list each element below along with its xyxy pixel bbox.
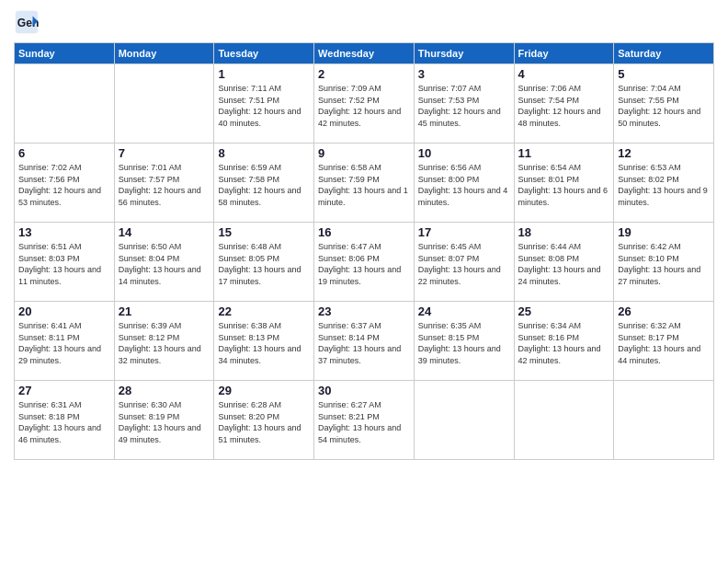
day-info: Sunrise: 7:01 AM Sunset: 7:57 PM Dayligh… xyxy=(119,162,210,208)
weekday-header-sunday: Sunday xyxy=(15,43,115,64)
day-info: Sunrise: 6:58 AM Sunset: 7:59 PM Dayligh… xyxy=(318,162,410,208)
day-number: 26 xyxy=(618,304,710,318)
day-cell: 9 Sunrise: 6:58 AM Sunset: 7:59 PM Dayli… xyxy=(314,144,415,223)
day-number: 10 xyxy=(418,146,510,160)
day-info: Sunrise: 7:07 AM Sunset: 7:53 PM Dayligh… xyxy=(418,83,510,129)
day-cell: 11 Sunrise: 6:54 AM Sunset: 8:01 PM Dayl… xyxy=(514,144,614,223)
calendar-page: Gen SundayMondayTuesdayWednesdayThursday… xyxy=(0,0,728,563)
day-info: Sunrise: 7:11 AM Sunset: 7:51 PM Dayligh… xyxy=(218,83,310,129)
day-cell: 21 Sunrise: 6:39 AM Sunset: 8:12 PM Dayl… xyxy=(114,302,214,381)
day-cell: 14 Sunrise: 6:50 AM Sunset: 8:04 PM Dayl… xyxy=(114,223,214,302)
day-number: 16 xyxy=(318,225,410,239)
day-cell: 3 Sunrise: 7:07 AM Sunset: 7:53 PM Dayli… xyxy=(414,64,514,144)
day-info: Sunrise: 6:50 AM Sunset: 8:04 PM Dayligh… xyxy=(119,241,210,287)
day-info: Sunrise: 6:32 AM Sunset: 8:17 PM Dayligh… xyxy=(618,320,710,366)
logo: Gen xyxy=(14,9,43,35)
day-number: 5 xyxy=(618,67,710,81)
day-number: 7 xyxy=(119,146,210,160)
day-cell: 2 Sunrise: 7:09 AM Sunset: 7:52 PM Dayli… xyxy=(314,64,415,144)
day-cell: 19 Sunrise: 6:42 AM Sunset: 8:10 PM Dayl… xyxy=(614,223,714,302)
day-number: 6 xyxy=(18,146,110,160)
day-info: Sunrise: 6:41 AM Sunset: 8:11 PM Dayligh… xyxy=(18,320,110,366)
day-info: Sunrise: 6:42 AM Sunset: 8:10 PM Dayligh… xyxy=(618,241,710,287)
day-info: Sunrise: 6:47 AM Sunset: 8:06 PM Dayligh… xyxy=(318,241,410,287)
day-cell: 18 Sunrise: 6:44 AM Sunset: 8:08 PM Dayl… xyxy=(514,223,614,302)
day-cell: 10 Sunrise: 6:56 AM Sunset: 8:00 PM Dayl… xyxy=(414,144,514,223)
day-info: Sunrise: 6:56 AM Sunset: 8:00 PM Dayligh… xyxy=(418,162,510,208)
week-row-2: 6 Sunrise: 7:02 AM Sunset: 7:56 PM Dayli… xyxy=(15,144,714,223)
weekday-header-friday: Friday xyxy=(514,43,614,64)
day-cell xyxy=(114,64,214,144)
weekday-header-saturday: Saturday xyxy=(614,43,714,64)
header: Gen xyxy=(14,9,714,35)
day-info: Sunrise: 6:38 AM Sunset: 8:13 PM Dayligh… xyxy=(218,320,310,366)
day-info: Sunrise: 6:45 AM Sunset: 8:07 PM Dayligh… xyxy=(418,241,510,287)
day-info: Sunrise: 6:51 AM Sunset: 8:03 PM Dayligh… xyxy=(18,241,110,287)
day-cell: 30 Sunrise: 6:27 AM Sunset: 8:21 PM Dayl… xyxy=(314,381,415,460)
week-row-5: 27 Sunrise: 6:31 AM Sunset: 8:18 PM Dayl… xyxy=(15,381,714,460)
day-cell: 20 Sunrise: 6:41 AM Sunset: 8:11 PM Dayl… xyxy=(15,302,115,381)
day-cell: 26 Sunrise: 6:32 AM Sunset: 8:17 PM Dayl… xyxy=(614,302,714,381)
day-cell: 27 Sunrise: 6:31 AM Sunset: 8:18 PM Dayl… xyxy=(15,381,115,460)
day-number: 20 xyxy=(18,304,110,318)
day-info: Sunrise: 6:31 AM Sunset: 8:18 PM Dayligh… xyxy=(18,399,110,445)
day-number: 9 xyxy=(318,146,410,160)
day-info: Sunrise: 6:54 AM Sunset: 8:01 PM Dayligh… xyxy=(518,162,610,208)
day-cell: 1 Sunrise: 7:11 AM Sunset: 7:51 PM Dayli… xyxy=(214,64,314,144)
weekday-header-monday: Monday xyxy=(114,43,214,64)
day-cell: 16 Sunrise: 6:47 AM Sunset: 8:06 PM Dayl… xyxy=(314,223,415,302)
day-cell: 24 Sunrise: 6:35 AM Sunset: 8:15 PM Dayl… xyxy=(414,302,514,381)
day-number: 30 xyxy=(318,384,410,397)
day-number: 29 xyxy=(218,384,310,397)
day-info: Sunrise: 6:30 AM Sunset: 8:19 PM Dayligh… xyxy=(119,399,210,445)
day-info: Sunrise: 6:48 AM Sunset: 8:05 PM Dayligh… xyxy=(218,241,310,287)
day-number: 19 xyxy=(618,225,710,239)
day-info: Sunrise: 7:06 AM Sunset: 7:54 PM Dayligh… xyxy=(518,83,610,129)
calendar-table: SundayMondayTuesdayWednesdayThursdayFrid… xyxy=(14,42,714,460)
day-cell: 8 Sunrise: 6:59 AM Sunset: 7:58 PM Dayli… xyxy=(214,144,314,223)
logo-icon: Gen xyxy=(14,9,40,35)
weekday-header-thursday: Thursday xyxy=(414,43,514,64)
day-cell xyxy=(514,381,614,460)
day-info: Sunrise: 6:39 AM Sunset: 8:12 PM Dayligh… xyxy=(119,320,210,366)
day-info: Sunrise: 6:53 AM Sunset: 8:02 PM Dayligh… xyxy=(618,162,710,208)
week-row-1: 1 Sunrise: 7:11 AM Sunset: 7:51 PM Dayli… xyxy=(15,64,714,144)
day-number: 24 xyxy=(418,304,510,318)
day-number: 13 xyxy=(18,225,110,239)
day-number: 22 xyxy=(218,304,310,318)
day-number: 14 xyxy=(119,225,210,239)
week-row-4: 20 Sunrise: 6:41 AM Sunset: 8:11 PM Dayl… xyxy=(15,302,714,381)
day-number: 21 xyxy=(119,304,210,318)
weekday-header-wednesday: Wednesday xyxy=(314,43,415,64)
day-cell: 25 Sunrise: 6:34 AM Sunset: 8:16 PM Dayl… xyxy=(514,302,614,381)
day-cell: 7 Sunrise: 7:01 AM Sunset: 7:57 PM Dayli… xyxy=(114,144,214,223)
day-number: 3 xyxy=(418,67,510,81)
day-cell: 22 Sunrise: 6:38 AM Sunset: 8:13 PM Dayl… xyxy=(214,302,314,381)
day-info: Sunrise: 6:27 AM Sunset: 8:21 PM Dayligh… xyxy=(318,399,410,445)
day-info: Sunrise: 6:35 AM Sunset: 8:15 PM Dayligh… xyxy=(418,320,510,366)
day-info: Sunrise: 6:59 AM Sunset: 7:58 PM Dayligh… xyxy=(218,162,310,208)
day-cell: 4 Sunrise: 7:06 AM Sunset: 7:54 PM Dayli… xyxy=(514,64,614,144)
day-cell: 6 Sunrise: 7:02 AM Sunset: 7:56 PM Dayli… xyxy=(15,144,115,223)
day-number: 27 xyxy=(18,384,110,397)
day-number: 2 xyxy=(318,67,410,81)
day-cell: 5 Sunrise: 7:04 AM Sunset: 7:55 PM Dayli… xyxy=(614,64,714,144)
weekday-header-row: SundayMondayTuesdayWednesdayThursdayFrid… xyxy=(15,43,714,64)
day-cell xyxy=(15,64,115,144)
day-number: 4 xyxy=(518,67,610,81)
day-cell: 28 Sunrise: 6:30 AM Sunset: 8:19 PM Dayl… xyxy=(114,381,214,460)
day-info: Sunrise: 7:09 AM Sunset: 7:52 PM Dayligh… xyxy=(318,83,410,129)
week-row-3: 13 Sunrise: 6:51 AM Sunset: 8:03 PM Dayl… xyxy=(15,223,714,302)
day-info: Sunrise: 6:37 AM Sunset: 8:14 PM Dayligh… xyxy=(318,320,410,366)
day-number: 28 xyxy=(119,384,210,397)
day-cell: 15 Sunrise: 6:48 AM Sunset: 8:05 PM Dayl… xyxy=(214,223,314,302)
day-number: 1 xyxy=(218,67,310,81)
day-info: Sunrise: 7:04 AM Sunset: 7:55 PM Dayligh… xyxy=(618,83,710,129)
day-number: 25 xyxy=(518,304,610,318)
day-number: 11 xyxy=(518,146,610,160)
day-info: Sunrise: 7:02 AM Sunset: 7:56 PM Dayligh… xyxy=(18,162,110,208)
day-cell: 12 Sunrise: 6:53 AM Sunset: 8:02 PM Dayl… xyxy=(614,144,714,223)
day-number: 17 xyxy=(418,225,510,239)
day-info: Sunrise: 6:28 AM Sunset: 8:20 PM Dayligh… xyxy=(218,399,310,445)
day-number: 12 xyxy=(618,146,710,160)
